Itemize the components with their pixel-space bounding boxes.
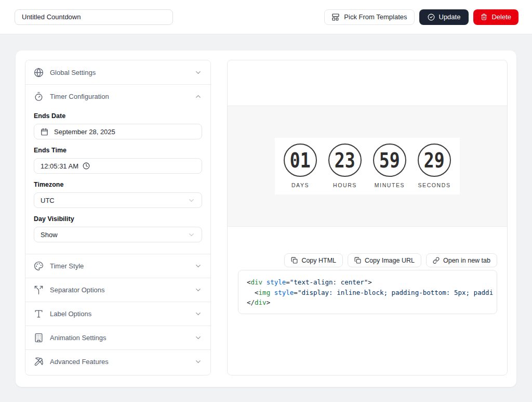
seconds-label: SECONDS xyxy=(418,182,450,188)
timer-icon xyxy=(34,92,44,101)
building-icon xyxy=(34,333,44,343)
hours-value: 23 xyxy=(335,149,355,172)
chevron-down-icon xyxy=(194,69,202,76)
split-icon xyxy=(34,285,44,295)
pickaxe-icon xyxy=(34,357,44,367)
code-line: <img style="display: inline-block; paddi… xyxy=(247,288,488,298)
code-line: </div> xyxy=(247,297,488,308)
countdown-circle: 23 xyxy=(328,144,362,177)
section-global-settings[interactable]: Global Settings xyxy=(25,60,210,84)
section-label: Separator Options xyxy=(50,286,194,294)
section-label: Label Options xyxy=(50,310,194,318)
delete-button[interactable]: Delete xyxy=(473,9,518,25)
countdown-unit-minutes: 59 MINUTES xyxy=(370,144,409,188)
chevron-down-icon xyxy=(194,358,202,366)
preview-stage: 01 DAYS 23 HOURS 59 MINUTES xyxy=(228,106,507,227)
chevron-down-icon xyxy=(188,197,195,204)
embed-code-block[interactable]: <div style="text-align: center"> <img st… xyxy=(238,270,497,314)
section-advanced-features[interactable]: Advanced Features xyxy=(25,349,210,373)
layout-template-icon xyxy=(331,13,340,21)
settings-accordion: Global Settings Timer Configuration Ends… xyxy=(25,60,211,375)
update-button[interactable]: Update xyxy=(419,9,469,25)
export-actions: Copy HTML Copy Image URL xyxy=(238,253,497,267)
timezone-select[interactable]: UTC xyxy=(34,192,202,208)
section-label-options[interactable]: Label Options xyxy=(25,302,210,326)
days-value: 01 xyxy=(290,149,311,172)
preview-footer: Copy HTML Copy Image URL xyxy=(228,227,507,375)
check-circle-icon xyxy=(428,14,435,21)
chevron-up-icon xyxy=(194,93,202,100)
minutes-label: MINUTES xyxy=(375,182,405,188)
countdown-circle: 59 xyxy=(373,144,406,177)
ends-time-value: 12:05:31 AM xyxy=(41,162,78,170)
section-timer-configuration[interactable]: Timer Configuration xyxy=(25,84,210,108)
clock-icon xyxy=(83,162,90,170)
pick-from-templates-label: Pick From Templates xyxy=(344,13,407,21)
section-label: Global Settings xyxy=(50,69,194,76)
ends-date-value: September 28, 2025 xyxy=(54,128,115,136)
type-icon xyxy=(34,309,44,319)
trash-icon xyxy=(481,14,487,20)
copy-html-button[interactable]: Copy HTML xyxy=(284,253,343,267)
countdown-preview: 01 DAYS 23 HOURS 59 MINUTES xyxy=(275,138,460,194)
chevron-down-icon xyxy=(194,310,202,318)
pick-from-templates-button[interactable]: Pick From Templates xyxy=(324,9,414,25)
copy-image-url-label: Copy Image URL xyxy=(365,257,415,264)
palette-icon xyxy=(34,261,44,271)
main-card: Global Settings Timer Configuration Ends… xyxy=(16,50,516,387)
topbar-actions: Pick From Templates Update Delete xyxy=(324,9,518,25)
section-animation-settings[interactable]: Animation Settings xyxy=(25,326,210,349)
countdown-unit-hours: 23 HOURS xyxy=(326,144,364,188)
countdown-unit-seconds: 29 SECONDS xyxy=(415,144,454,188)
countdown-title-input[interactable] xyxy=(15,9,173,25)
copy-icon xyxy=(291,257,298,264)
open-in-new-tab-label: Open in new tab xyxy=(443,257,490,264)
section-label: Animation Settings xyxy=(50,334,194,342)
section-separator-options[interactable]: Separator Options xyxy=(25,278,210,302)
seconds-value: 29 xyxy=(424,149,445,172)
globe-icon xyxy=(34,68,44,77)
copy-image-url-button[interactable]: Copy Image URL xyxy=(348,253,421,267)
chevron-down-icon xyxy=(194,334,202,342)
preview-panel: 01 DAYS 23 HOURS 59 MINUTES xyxy=(227,60,508,375)
countdown-circle: 01 xyxy=(284,144,317,177)
section-label: Advanced Features xyxy=(50,358,194,366)
hours-label: HOURS xyxy=(333,182,357,188)
link-icon xyxy=(433,257,440,264)
chevron-down-icon xyxy=(194,262,202,270)
chevron-down-icon xyxy=(188,231,195,239)
section-label: Timer Configuration xyxy=(50,93,194,100)
countdown-circle: 29 xyxy=(418,144,451,177)
timer-configuration-form: Ends Date September 28, 2025 Ends Time 1… xyxy=(25,108,210,254)
days-label: DAYS xyxy=(291,182,309,188)
ends-date-input[interactable]: September 28, 2025 xyxy=(34,124,202,139)
section-timer-style[interactable]: Timer Style xyxy=(25,254,210,278)
countdown-unit-days: 01 DAYS xyxy=(281,144,320,188)
top-bar: Pick From Templates Update Delete xyxy=(0,0,532,34)
open-in-new-tab-button[interactable]: Open in new tab xyxy=(426,253,497,267)
day-visibility-label: Day Visibility xyxy=(34,215,202,223)
delete-label: Delete xyxy=(491,13,511,21)
copy-icon xyxy=(354,257,361,264)
ends-date-label: Ends Date xyxy=(34,112,202,120)
day-visibility-select[interactable]: Show xyxy=(34,227,202,242)
calendar-icon xyxy=(41,128,48,136)
day-visibility-value: Show xyxy=(41,231,58,239)
chevron-down-icon xyxy=(194,286,202,294)
minutes-value: 59 xyxy=(379,149,400,172)
timezone-label: Timezone xyxy=(34,181,202,188)
copy-html-label: Copy HTML xyxy=(301,257,336,264)
timezone-value: UTC xyxy=(41,197,55,204)
section-label: Timer Style xyxy=(50,262,194,270)
ends-time-label: Ends Time xyxy=(34,147,202,154)
update-label: Update xyxy=(439,13,461,21)
ends-time-input[interactable]: 12:05:31 AM xyxy=(34,158,202,174)
code-line: <div style="text-align: center"> xyxy=(247,277,488,288)
preview-header xyxy=(228,60,507,106)
